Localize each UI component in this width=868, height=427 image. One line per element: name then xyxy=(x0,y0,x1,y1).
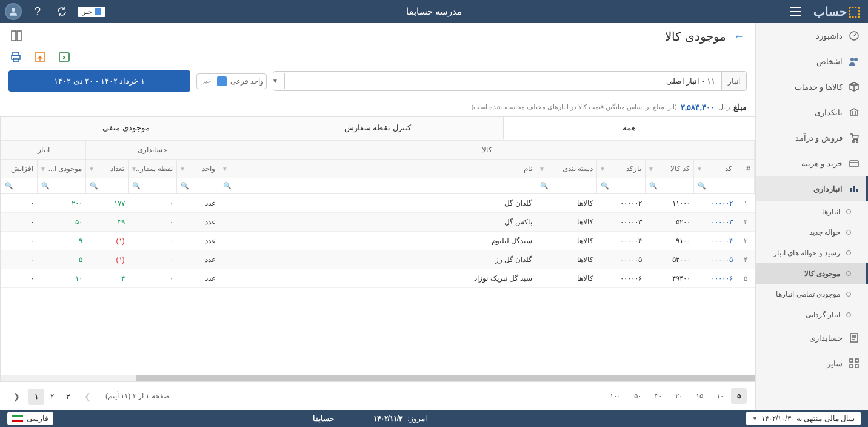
refresh-icon[interactable] xyxy=(53,3,70,20)
sidebar-item-8[interactable]: سایر xyxy=(756,351,868,376)
search-barcode[interactable]: 🔍 xyxy=(597,178,646,194)
search-reorder[interactable]: 🔍 xyxy=(129,178,177,194)
bullet-icon xyxy=(846,292,851,297)
page-size-۱۰[interactable]: ۱۰ xyxy=(710,388,730,404)
svg-rect-9 xyxy=(850,161,858,167)
col-reorder[interactable]: نقطه سفار...▼ xyxy=(129,160,177,178)
sidebar-item-2[interactable]: کالاها و خدمات xyxy=(756,74,868,99)
table-row[interactable]: ۲۰۰۰۰۰۳۵۲۰۰۰۰۰۰۰۳کالاهاباکس گلعدد۰۳۹۵۰۰ xyxy=(1,213,755,232)
tab-2[interactable]: موجودی منفی xyxy=(1,117,252,140)
sidebar-sub-2[interactable]: رسید و حواله های انبار xyxy=(756,243,868,263)
table-row[interactable]: ۴۰۰۰۰۰۵۵۲۰۰۰۰۰۰۰۰۵کالاهاگلدان گل رزعدد۰(… xyxy=(1,250,755,269)
col-category[interactable]: دسته بندی▼ xyxy=(536,160,597,178)
tab-1[interactable]: کنترل نقطه سفارش xyxy=(252,117,503,140)
tab-0[interactable]: همه xyxy=(503,117,755,140)
svg-rect-10 xyxy=(850,188,852,192)
sidebar-item-5[interactable]: خرید و هزینه xyxy=(756,150,868,176)
sidebar-item-1[interactable]: اشخاص xyxy=(756,49,868,74)
sale-icon xyxy=(849,132,860,143)
news-badge[interactable]: خبر xyxy=(78,7,105,17)
page-size-۱۰۰[interactable]: ۱۰۰ xyxy=(604,388,627,404)
sidebar-sub-5[interactable]: انبار گردانی xyxy=(756,304,868,325)
page-size-۳۰[interactable]: ۳۰ xyxy=(649,388,668,404)
search-first-inv[interactable]: 🔍 xyxy=(38,178,86,194)
sidebar-item-3[interactable]: بانکداری xyxy=(756,99,868,125)
prev-page-button[interactable]: ❯ xyxy=(79,389,96,403)
sidebar-item-0[interactable]: داشبورد xyxy=(756,23,868,49)
help-icon[interactable]: ? xyxy=(29,3,46,20)
col-first-inv[interactable]: موجودی ا...▼ xyxy=(38,160,86,178)
layout-icon[interactable] xyxy=(11,30,22,43)
search-name[interactable]: 🔍 xyxy=(219,178,536,194)
table-row[interactable]: ۵۰۰۰۰۰۶۴۹۴۰۰۰۰۰۰۰۶کالاهاسبد گل تبریک نوز… xyxy=(1,269,755,288)
search-unit[interactable]: 🔍 xyxy=(177,178,219,194)
page-size-۲۰[interactable]: ۲۰ xyxy=(669,388,689,404)
page-۲[interactable]: ۲ xyxy=(44,389,60,405)
svg-rect-17 xyxy=(855,365,858,368)
page-۱[interactable]: ۱ xyxy=(28,389,44,405)
sidebar-item-7[interactable]: حسابداری xyxy=(756,325,868,351)
svg-rect-12 xyxy=(856,189,858,192)
sidebar-sub-0[interactable]: انبارها xyxy=(756,201,868,222)
user-avatar[interactable] xyxy=(5,3,22,20)
code-link[interactable]: ۰۰۰۰۰۶ xyxy=(694,269,736,288)
code-link[interactable]: ۰۰۰۰۰۳ xyxy=(694,213,736,232)
col-increase[interactable]: افزایش xyxy=(1,160,38,178)
language-select[interactable]: فارسی xyxy=(7,412,53,425)
col-num[interactable]: # xyxy=(736,160,755,178)
sidebar-sub-1[interactable]: حواله جدید xyxy=(756,222,868,243)
export-excel-button[interactable]: X xyxy=(57,50,72,64)
sidebar-sub-3[interactable]: موجودی کالا xyxy=(756,263,868,284)
col-code[interactable]: کد▼ xyxy=(694,160,736,178)
warehouse-icon xyxy=(849,183,860,194)
svg-point-8 xyxy=(856,141,858,143)
svg-point-3 xyxy=(12,8,15,12)
menu-toggle[interactable] xyxy=(786,1,806,22)
search-qty[interactable]: 🔍 xyxy=(86,178,129,194)
search-item-code[interactable]: 🔍 xyxy=(646,178,694,194)
sidebar-item-4[interactable]: فروش و درآمد xyxy=(756,125,868,150)
back-arrow-icon[interactable]: ← xyxy=(733,30,744,43)
sidebar-item-6[interactable]: انبارداری xyxy=(756,176,868,201)
svg-rect-2 xyxy=(790,15,801,16)
chevron-down-icon[interactable]: ▼ xyxy=(273,73,285,89)
warehouse-filter-label: انبار xyxy=(721,72,746,90)
footer-brand: حسابفا xyxy=(313,414,334,423)
code-link[interactable]: ۰۰۰۰۰۲ xyxy=(694,194,736,213)
code-link[interactable]: ۰۰۰۰۰۴ xyxy=(694,232,736,250)
bank-icon xyxy=(849,107,860,118)
col-name[interactable]: نام▼ xyxy=(219,160,536,178)
search-code[interactable]: 🔍 xyxy=(694,178,736,194)
col-group-warehouse: انبار xyxy=(1,141,86,160)
page-size-۱۵[interactable]: ۱۵ xyxy=(690,388,709,404)
search-increase[interactable]: 🔍 xyxy=(1,178,38,194)
sidebar-sub-4[interactable]: موجودی تمامی انبارها xyxy=(756,284,868,304)
col-item-code[interactable]: کد کالا▼ xyxy=(646,160,694,178)
table-row[interactable]: ۱۰۰۰۰۰۲۱۱۰۰۰۰۰۰۰۰۲کالاهاگلدان گلعدد۰۱۷۷۲… xyxy=(1,194,755,213)
svg-rect-18 xyxy=(12,31,16,41)
flag-icon xyxy=(12,415,23,422)
print-button[interactable] xyxy=(8,50,23,64)
col-group-item: کالا xyxy=(219,141,755,160)
code-link[interactable]: ۰۰۰۰۰۵ xyxy=(694,250,736,269)
col-barcode[interactable]: بارکد▼ xyxy=(597,160,646,178)
horizontal-scrollbar[interactable] xyxy=(0,375,755,382)
search-category[interactable]: 🔍 xyxy=(536,178,597,194)
col-qty[interactable]: تعداد▼ xyxy=(86,160,129,178)
subunit-toggle[interactable]: واحد فرعی خیر xyxy=(197,74,266,89)
warehouse-select[interactable]: ۱۱ - انبار اصلی xyxy=(285,72,721,90)
next-page-button[interactable]: ❮ xyxy=(8,389,25,403)
box-icon xyxy=(849,81,860,92)
page-info: صفحه ۱ از ۳ (۱۱ آیتم) xyxy=(99,392,176,400)
app-logo[interactable]: ⬚حساب xyxy=(811,4,863,19)
export-pdf-button[interactable] xyxy=(33,50,47,64)
col-unit[interactable]: واحد▼ xyxy=(177,160,219,178)
table-row[interactable]: ۳۰۰۰۰۰۴۹۱۰۰۰۰۰۰۰۴کالاهاسبدگل لیلیومعدد۰(… xyxy=(1,232,755,250)
page-size-۵[interactable]: ۵ xyxy=(731,388,747,404)
fiscal-year-select[interactable]: سال مالی منتهی به ۱۴۰۲/۱۰/۳۰ ▼ xyxy=(746,412,861,425)
page-size-۵۰[interactable]: ۵۰ xyxy=(628,388,647,404)
svg-point-7 xyxy=(853,141,855,143)
page-۳[interactable]: ۳ xyxy=(60,389,76,405)
date-range-button[interactable]: ۱ خرداد ۱۴۰۲ - ۳۰ دی ۱۴۰۲ xyxy=(8,70,190,92)
today-label: امروز: xyxy=(407,414,426,423)
